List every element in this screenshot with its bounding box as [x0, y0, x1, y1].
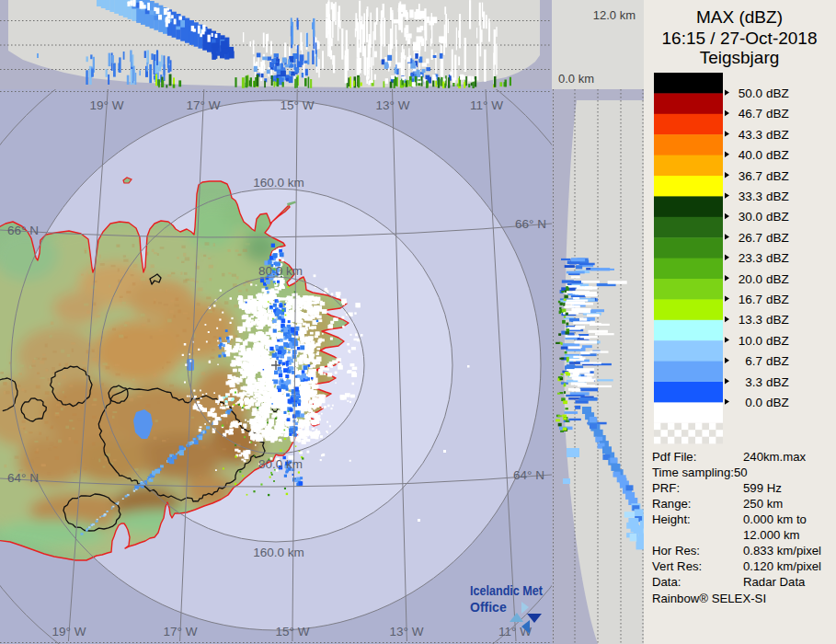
svg-text:40.0: 40.0	[739, 148, 762, 162]
svg-text:Teigsbjarg: Teigsbjarg	[700, 48, 780, 67]
svg-text:dBZ: dBZ	[766, 231, 789, 245]
svg-text:160.0 km: 160.0 km	[253, 176, 304, 190]
svg-text:19° W: 19° W	[90, 98, 124, 112]
svg-text:Radar Data: Radar Data	[743, 575, 806, 589]
svg-text:dBZ: dBZ	[766, 86, 789, 100]
svg-text:Range:: Range:	[652, 497, 692, 511]
svg-text:20.0: 20.0	[739, 272, 762, 286]
svg-text:Data:: Data:	[652, 575, 681, 589]
svg-text:17° W: 17° W	[187, 98, 221, 112]
svg-text:16.7: 16.7	[739, 293, 762, 306]
svg-text:dBZ: dBZ	[766, 148, 789, 162]
svg-text:10.0: 10.0	[739, 334, 762, 348]
svg-text:43.3: 43.3	[739, 128, 762, 142]
svg-text:160.0 km: 160.0 km	[253, 546, 304, 559]
svg-text:23.3: 23.3	[739, 251, 762, 265]
svg-text:0.833 km/pixel: 0.833 km/pixel	[743, 544, 821, 558]
svg-text:66° N: 66° N	[7, 224, 39, 237]
svg-text:250 km: 250 km	[743, 497, 783, 511]
svg-text:dBZ: dBZ	[766, 190, 789, 203]
svg-text:dBZ: dBZ	[766, 272, 789, 286]
svg-text:dBZ: dBZ	[766, 210, 789, 224]
svg-text:Icelandic Met: Icelandic Met	[470, 583, 543, 598]
svg-text:66° N: 66° N	[515, 217, 546, 231]
svg-text:dBZ: dBZ	[766, 354, 789, 368]
svg-text:50.0: 50.0	[739, 86, 762, 100]
svg-text:PRF:: PRF:	[652, 481, 680, 495]
svg-text:64° N: 64° N	[7, 471, 39, 485]
svg-text:15° W: 15° W	[276, 625, 310, 638]
svg-text:MAX (dBZ): MAX (dBZ)	[696, 7, 783, 27]
svg-text:Rainbow® SELEX-SI: Rainbow® SELEX-SI	[652, 592, 766, 605]
svg-text:Height:: Height:	[652, 512, 691, 526]
svg-text:0.0 km: 0.0 km	[558, 72, 594, 86]
svg-text:Office: Office	[470, 600, 507, 615]
svg-text:15° W: 15° W	[281, 98, 315, 112]
svg-text:0.120 km/pixel: 0.120 km/pixel	[743, 559, 821, 573]
svg-text:dBZ: dBZ	[766, 128, 789, 142]
svg-text:599 Hz: 599 Hz	[743, 481, 782, 495]
svg-text:13° W: 13° W	[390, 625, 424, 638]
svg-text:80.0 km: 80.0 km	[258, 457, 303, 471]
svg-text:240km.max: 240km.max	[743, 450, 807, 464]
svg-text:64° N: 64° N	[513, 468, 544, 482]
svg-text:6.7: 6.7	[745, 354, 762, 368]
svg-text:dBZ: dBZ	[766, 334, 789, 348]
svg-text:17° W: 17° W	[164, 625, 198, 638]
svg-text:13° W: 13° W	[376, 98, 410, 112]
svg-text:12.0 km: 12.0 km	[593, 8, 636, 22]
svg-text:dBZ: dBZ	[766, 293, 789, 306]
svg-text:80.0 km: 80.0 km	[258, 264, 303, 278]
svg-text:Time sampling:50: Time sampling:50	[652, 466, 748, 479]
svg-text:26.7: 26.7	[739, 231, 762, 245]
svg-text:16:15 / 27-Oct-2018: 16:15 / 27-Oct-2018	[662, 29, 818, 48]
svg-text:30.0: 30.0	[739, 210, 762, 224]
svg-text:dBZ: dBZ	[766, 169, 789, 183]
svg-text:36.7: 36.7	[739, 169, 762, 183]
svg-text:dBZ: dBZ	[766, 375, 789, 389]
svg-text:Pdf File:: Pdf File:	[652, 450, 696, 464]
svg-text:33.3: 33.3	[739, 190, 762, 203]
svg-text:12.000 km: 12.000 km	[743, 528, 800, 542]
svg-text:3.3: 3.3	[745, 375, 762, 389]
svg-text:46.7: 46.7	[739, 107, 762, 121]
svg-text:11° W: 11° W	[470, 98, 503, 112]
svg-text:0.000 km to: 0.000 km to	[743, 512, 807, 526]
svg-text:13.3: 13.3	[739, 313, 762, 327]
svg-text:dBZ: dBZ	[766, 107, 789, 121]
svg-text:19° W: 19° W	[52, 625, 86, 638]
svg-text:dBZ: dBZ	[766, 251, 789, 265]
svg-text:dBZ: dBZ	[766, 396, 789, 409]
svg-text:Vert Res:: Vert Res:	[652, 559, 702, 573]
svg-text:dBZ: dBZ	[766, 313, 789, 327]
svg-text:Hor Res:: Hor Res:	[652, 544, 700, 558]
svg-text:0.0: 0.0	[745, 396, 762, 409]
